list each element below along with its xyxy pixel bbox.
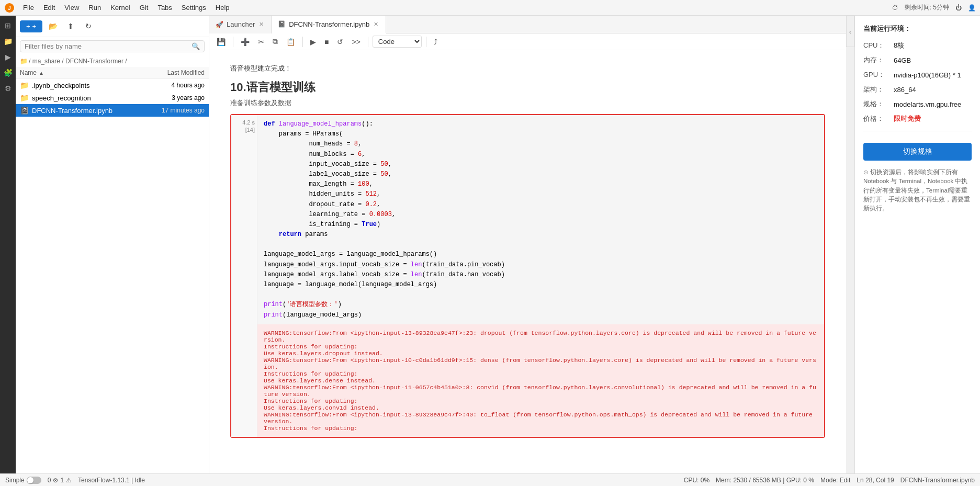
notebook-tab-icon: 📓 [278, 20, 286, 28]
mem-status: Mem: 2530 / 65536 MB | GPU: 0 % [716, 477, 814, 484]
notebook-content[interactable]: 语音模型建立完成！ 10.语言模型训练 准备训练参数及数据 4.2 s [14]… [209, 50, 846, 473]
upload-button[interactable]: 📂 [46, 19, 60, 33]
launcher-tab-icon: 🚀 [216, 21, 223, 28]
restart-button[interactable]: ↺ [334, 36, 346, 48]
tab-close-notebook[interactable]: ✕ [373, 20, 379, 28]
cursor-position: Ln 28, Col 19 [857, 477, 894, 484]
run-all-button[interactable]: >> [348, 36, 363, 48]
stop-button[interactable]: ■ [321, 36, 332, 48]
add-cell-button[interactable]: ➕ [238, 36, 253, 48]
file-row[interactable]: 📁 speech_recognition 3 years ago [16, 92, 209, 104]
file-sidebar: + + 📂 ⬆ ↻ 🔍 📁 / ma_share / DFCNN-Transfo… [16, 16, 209, 473]
arch-label: 架构： [863, 85, 889, 94]
tab-notebook[interactable]: 📓 DFCNN-Transformer.ipynb ✕ [272, 16, 386, 33]
rail-folder-icon[interactable]: 📁 [1, 35, 15, 48]
copy-button[interactable]: ⧉ [269, 36, 281, 48]
new-button[interactable]: + + [20, 20, 42, 32]
notebook-toolbar: 💾 ➕ ✂ ⧉ 📋 ▶ ■ ↺ >> CodeMarkdownRaw ⤴ [209, 33, 846, 50]
panel-collapse-button[interactable]: ‹ [846, 16, 854, 47]
menu-settings[interactable]: Settings [177, 3, 210, 13]
paste-button[interactable]: 📋 [283, 36, 298, 48]
spec-label: 规格： [863, 99, 889, 109]
item-icon: ⚠ [66, 477, 72, 484]
mem-label: 内存： [863, 55, 889, 65]
kernel-status: TensorFlow-1.13.1 | Idle [78, 477, 145, 484]
cpu-status: CPU: 0% [684, 477, 709, 484]
sort-name[interactable]: Name ▲ [20, 69, 131, 76]
section-heading: 10.语言模型训练 [230, 80, 825, 95]
panel-divider [863, 131, 972, 131]
toolbar-separator [426, 37, 426, 47]
sort-arrow-icon: ▲ [39, 70, 44, 76]
share-button[interactable]: ⤴ [431, 36, 441, 48]
menu-git[interactable]: Git [136, 3, 153, 13]
file-name: DFCNN-Transformer.ipynb [32, 107, 131, 115]
toolbar-separator [233, 37, 233, 47]
breadcrumb: 📁 / ma_share / DFCNN-Transformer / [16, 55, 209, 67]
file-modified: 3 years ago [131, 94, 205, 101]
gpu-value: nvidia-p100(16GB) * 1 [894, 71, 961, 79]
one-item: 1 [60, 477, 64, 484]
error-count: 0 ⊗ 1 ⚠ [48, 477, 72, 484]
file-row[interactable]: 📁 .ipynb_checkpoints 4 hours ago [16, 79, 209, 92]
menu-tabs[interactable]: Tabs [153, 3, 176, 13]
cut-button[interactable]: ✂ [255, 36, 267, 48]
mem-value: 64GB [894, 56, 911, 64]
cell-gutter: 4.2 s [14] [231, 115, 257, 437]
toggle-thumb [27, 477, 33, 483]
menu-edit[interactable]: Edit [39, 3, 59, 13]
cell-content: def language_model_hparams(): params = H… [257, 115, 824, 437]
env-gpu-row: GPU： nvidia-p100(16GB) * 1 [863, 70, 972, 80]
menu-run[interactable]: Run [84, 3, 105, 13]
folder-icon: 📁 [20, 58, 28, 65]
menu-help[interactable]: Help [211, 3, 234, 13]
prev-output: 语音模型建立完成！ [230, 64, 825, 73]
file-modified: 17 minutes ago [131, 107, 205, 114]
simple-toggle[interactable]: Simple [5, 477, 41, 484]
file-list-header: Name ▲ Last Modified [16, 67, 209, 79]
rail-settings-icon[interactable]: ⚙ [1, 82, 15, 95]
cell-exec-num: [14] [245, 127, 255, 133]
error-icon: ⊗ [53, 477, 58, 484]
save-button[interactable]: 💾 [213, 36, 229, 48]
run-button[interactable]: ▶ [307, 36, 319, 48]
env-price-row: 价格： 限时免费 [863, 114, 972, 123]
search-input[interactable] [25, 42, 192, 50]
toolbar-separator [368, 37, 368, 47]
code-text: def language_model_hparams(): params = H… [264, 119, 818, 320]
plus-icon: + [26, 22, 30, 30]
menu-timer: ⏱ 剩余时间: 5分钟 ⏻ 👤 [892, 3, 976, 12]
file-modified: 4 hours ago [131, 82, 205, 89]
price-value: 限时免费 [894, 114, 921, 123]
env-title: 当前运行环境： [863, 24, 972, 33]
toolbar-separator [302, 37, 303, 47]
cell-output: WARNING:tensorflow:From <ipython-input-1… [257, 324, 824, 437]
status-bar: Simple 0 ⊗ 1 ⚠ TensorFlow-1.13.1 | Idle … [0, 473, 980, 486]
file-name: speech_recognition [32, 94, 131, 102]
rail-home-icon[interactable]: ⊞ [1, 19, 15, 32]
menu-file[interactable]: File [19, 3, 38, 13]
cell-code-body[interactable]: def language_model_hparams(): params = H… [257, 115, 824, 324]
rail-run-icon[interactable]: ▶ [1, 50, 15, 64]
sidebar-toolbar: + + 📂 ⬆ ↻ [16, 16, 209, 37]
env-arch-row: 架构： x86_64 [863, 85, 972, 94]
download-button[interactable]: ⬆ [63, 19, 78, 33]
tab-launcher[interactable]: 🚀 Launcher ✕ [209, 16, 272, 33]
search-box: 🔍 [20, 40, 205, 52]
switch-spec-button[interactable]: 切换规格 [863, 143, 972, 161]
gpu-label: GPU： [863, 70, 889, 80]
rail-puzzle-icon[interactable]: 🧩 [1, 66, 15, 80]
file-row-selected[interactable]: 📓 DFCNN-Transformer.ipynb 17 minutes ago [16, 104, 209, 117]
code-cell[interactable]: 4.2 s [14] def language_model_hparams():… [230, 114, 825, 438]
cell-exec-indicator: 4.2 s [242, 119, 255, 126]
current-file: DFCNN-Transformer.ipynb [900, 477, 975, 484]
menu-kernel[interactable]: Kernel [106, 3, 134, 13]
zero-errors: 0 [48, 477, 51, 484]
notebook-area: 🚀 Launcher ✕ 📓 DFCNN-Transformer.ipynb ✕… [209, 16, 846, 473]
toggle-track[interactable] [27, 477, 41, 484]
cell-type-select[interactable]: CodeMarkdownRaw [373, 36, 422, 48]
refresh-button[interactable]: ↻ [81, 19, 96, 33]
section-desc: 准备训练参数及数据 [230, 98, 825, 108]
tab-close-launcher[interactable]: ✕ [258, 20, 265, 28]
menu-view[interactable]: View [60, 3, 83, 13]
